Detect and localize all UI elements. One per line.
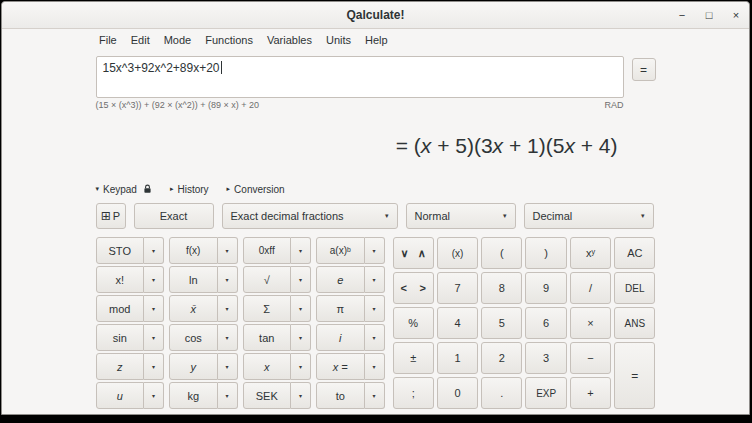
keypad-key[interactable]: − (570, 342, 611, 374)
keypad-key[interactable]: 0xff (243, 237, 292, 264)
keypad-key-dropdown-arrow[interactable]: ▾ (291, 237, 311, 264)
keypad-key-dropdown-arrow[interactable]: ▾ (144, 324, 164, 351)
close-button[interactable]: × (729, 8, 743, 22)
keypad-key[interactable]: ∨∧ (393, 237, 434, 269)
calculate-button[interactable]: = (632, 58, 656, 81)
keypad-key[interactable]: cos (169, 324, 218, 351)
keypad-key[interactable]: z (96, 353, 145, 380)
angle-mode-indicator[interactable]: RAD (604, 100, 623, 110)
keypad-key-dropdown-arrow[interactable]: ▾ (365, 382, 385, 409)
keypad-key[interactable]: xʸ (570, 237, 611, 269)
keypad-key[interactable]: × (570, 307, 611, 339)
keypad-key[interactable]: Σ (243, 295, 292, 322)
keypad-key[interactable]: f(x) (169, 237, 218, 264)
keypad-key-dropdown-arrow[interactable]: ▾ (365, 353, 385, 380)
keypad-key[interactable]: ANS (614, 307, 655, 339)
exact-toggle-button[interactable]: Exact (134, 203, 214, 229)
keypad-key[interactable]: 7 (437, 272, 478, 304)
keypad-key-dropdown-arrow[interactable]: ▾ (218, 382, 238, 409)
display-mode-dropdown[interactable]: Normal ▾ (406, 203, 516, 229)
keypad-key[interactable]: ; (393, 377, 434, 409)
keypad-key-dropdown-arrow[interactable]: ▾ (365, 237, 385, 264)
keypad-key[interactable]: 0 (437, 377, 478, 409)
keypad-key-dropdown-arrow[interactable]: ▾ (291, 295, 311, 322)
keypad-key[interactable]: u (96, 382, 145, 409)
keypad-key[interactable]: = (614, 342, 655, 409)
keypad-key-dropdown-arrow[interactable]: ▾ (291, 353, 311, 380)
keypad-key[interactable]: % (393, 307, 434, 339)
keypad-key[interactable]: π (316, 295, 365, 322)
keypad-key-dropdown-arrow[interactable]: ▾ (218, 266, 238, 293)
menu-edit[interactable]: Edit (124, 32, 157, 48)
keypad-key-dropdown-arrow[interactable]: ▾ (291, 324, 311, 351)
keypad-key[interactable]: SEK (243, 382, 292, 409)
keypad-key-dropdown-arrow[interactable]: ▾ (144, 353, 164, 380)
keypad-key-dropdown-arrow[interactable]: ▾ (365, 266, 385, 293)
keypad-key[interactable]: e (316, 266, 365, 293)
keypad-key[interactable]: 5 (481, 307, 522, 339)
keypad-key-dropdown-arrow[interactable]: ▾ (218, 237, 238, 264)
keypad-key[interactable]: STO (96, 237, 145, 264)
keypad-key[interactable]: ) (525, 237, 566, 269)
keypad-key-dropdown-arrow[interactable]: ▾ (144, 382, 164, 409)
keypad-key-dropdown-arrow[interactable]: ▾ (365, 324, 385, 351)
keypad-key[interactable]: tan (243, 324, 292, 351)
keypad-key[interactable]: 6 (525, 307, 566, 339)
keypad-key[interactable]: i (316, 324, 365, 351)
menu-units[interactable]: Units (319, 32, 358, 48)
menu-help[interactable]: Help (358, 32, 395, 48)
keypad-key[interactable]: x (243, 353, 292, 380)
keypad-key[interactable]: <> (393, 272, 434, 304)
keypad-key[interactable]: DEL (614, 272, 655, 304)
keypad-key-dropdown-arrow[interactable]: ▾ (365, 295, 385, 322)
programming-keypad-button[interactable]: ⊞P (96, 203, 126, 229)
history-expander[interactable]: ▸ History (170, 184, 209, 195)
menu-file[interactable]: File (92, 32, 124, 48)
keypad-key[interactable]: x = (316, 353, 365, 380)
minimize-button[interactable]: − (675, 8, 689, 22)
keypad-key-dropdown-arrow[interactable]: ▾ (144, 266, 164, 293)
fraction-mode-dropdown[interactable]: Exact decimal fractions ▾ (222, 203, 398, 229)
keypad-key[interactable]: ( (481, 237, 522, 269)
keypad-key-dropdown-arrow[interactable]: ▾ (218, 353, 238, 380)
keypad-key-dropdown-arrow[interactable]: ▾ (218, 324, 238, 351)
keypad-key[interactable]: AC (614, 237, 655, 269)
keypad-key[interactable]: x̄ (169, 295, 218, 322)
keypad-key[interactable]: (x) (437, 237, 478, 269)
keypad-key[interactable]: 8 (481, 272, 522, 304)
keypad-key[interactable]: 1 (437, 342, 478, 374)
keypad-key[interactable]: sin (96, 324, 145, 351)
keypad-key[interactable]: . (481, 377, 522, 409)
keypad-key[interactable]: 9 (525, 272, 566, 304)
keypad-key-dropdown-arrow[interactable]: ▾ (144, 237, 164, 264)
keypad-key-dropdown-arrow[interactable]: ▾ (218, 295, 238, 322)
keypad-key[interactable]: y (169, 353, 218, 380)
keypad-expander[interactable]: ▾ Keypad (96, 184, 152, 195)
expression-input[interactable]: 15x^3+92x^2+89x+20 (96, 56, 624, 98)
keypad-key[interactable]: mod (96, 295, 145, 322)
menu-mode[interactable]: Mode (157, 32, 199, 48)
title-bar[interactable]: Qalculate! − □ × (2, 2, 749, 29)
menu-functions[interactable]: Functions (198, 32, 260, 48)
keypad-key[interactable]: 2 (481, 342, 522, 374)
maximize-button[interactable]: □ (702, 8, 716, 22)
keypad-key[interactable]: + (570, 377, 611, 409)
keypad-key[interactable]: / (570, 272, 611, 304)
conversion-expander[interactable]: ▸ Conversion (227, 184, 285, 195)
keypad-key[interactable]: x! (96, 266, 145, 293)
keypad-key-dropdown-arrow[interactable]: ▾ (144, 295, 164, 322)
keypad-key[interactable]: ln (169, 266, 218, 293)
keypad-key-dropdown-arrow[interactable]: ▾ (291, 266, 311, 293)
keypad-key[interactable]: a(x)ᵇ (316, 237, 365, 264)
menu-variables[interactable]: Variables (260, 32, 319, 48)
lock-icon[interactable] (143, 184, 152, 194)
keypad-key[interactable]: to (316, 382, 365, 409)
number-base-dropdown[interactable]: Decimal ▾ (524, 203, 654, 229)
keypad-key[interactable]: 4 (437, 307, 478, 339)
keypad-key[interactable]: ± (393, 342, 434, 374)
keypad-key[interactable]: EXP (525, 377, 566, 409)
keypad-key[interactable]: kg (169, 382, 218, 409)
keypad-key-dropdown-arrow[interactable]: ▾ (291, 382, 311, 409)
keypad-key[interactable]: 3 (525, 342, 566, 374)
keypad-key[interactable]: √ (243, 266, 292, 293)
